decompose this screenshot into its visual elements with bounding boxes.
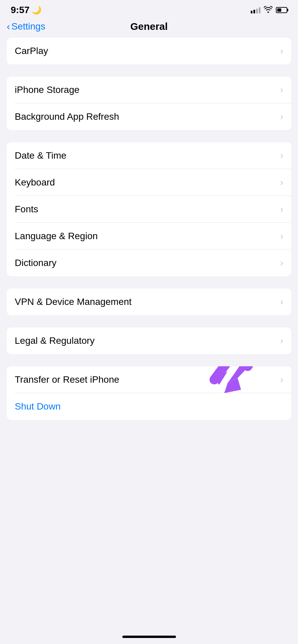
vpn-group: VPN & Device Management ›: [7, 288, 291, 315]
moon-icon: 🌙: [32, 5, 42, 15]
shut-down-row[interactable]: Shut Down: [7, 393, 291, 420]
back-label: Settings: [11, 21, 45, 32]
date-time-chevron-icon: ›: [280, 150, 283, 161]
shut-down-label: Shut Down: [15, 401, 61, 412]
page-title: General: [130, 21, 168, 32]
iphone-storage-chevron-icon: ›: [280, 85, 283, 95]
vpn-device-label: VPN & Device Management: [15, 297, 132, 307]
back-button[interactable]: ‹ Settings: [7, 21, 45, 32]
signal-bar-3: [256, 9, 258, 13]
wifi-icon: [264, 6, 273, 14]
iphone-storage-row[interactable]: iPhone Storage ›: [7, 76, 291, 103]
fonts-chevron-icon: ›: [280, 204, 283, 215]
vpn-device-chevron-icon: ›: [280, 297, 283, 307]
transfer-reset-chevron-icon: ›: [280, 374, 283, 385]
carplay-label: CarPlay: [15, 46, 48, 56]
reset-group: Transfer or Reset iPhone › Shut Down: [7, 366, 291, 420]
keyboard-label: Keyboard: [15, 177, 55, 188]
carplay-chevron-icon: ›: [280, 46, 283, 56]
fonts-label: Fonts: [15, 204, 38, 215]
keyboard-chevron-icon: ›: [280, 177, 283, 188]
locale-group: Date & Time › Keyboard › Fonts › Languag…: [7, 142, 291, 276]
battery-fill: [277, 8, 281, 12]
signal-icon: [251, 7, 260, 13]
carplay-row[interactable]: CarPlay ›: [7, 38, 291, 64]
signal-bar-2: [253, 10, 255, 13]
language-region-label: Language & Region: [15, 231, 98, 241]
background-app-refresh-row[interactable]: Background App Refresh ›: [7, 103, 291, 130]
status-icons: [251, 6, 287, 14]
legal-group: Legal & Regulatory ›: [7, 327, 291, 354]
dictionary-row[interactable]: Dictionary ›: [7, 250, 291, 276]
battery-icon: [276, 7, 287, 13]
background-app-refresh-label: Background App Refresh: [15, 111, 119, 122]
carplay-group: CarPlay ›: [7, 38, 291, 64]
fonts-row[interactable]: Fonts ›: [7, 196, 291, 223]
date-time-row[interactable]: Date & Time ›: [7, 142, 291, 169]
iphone-storage-label: iPhone Storage: [15, 85, 79, 95]
settings-content: CarPlay › iPhone Storage › Background Ap…: [0, 38, 298, 420]
transfer-reset-label: Transfer or Reset iPhone: [15, 374, 119, 385]
signal-bar-4: [259, 7, 260, 13]
status-time: 9:57 🌙: [11, 5, 42, 15]
dictionary-chevron-icon: ›: [280, 258, 283, 268]
language-region-chevron-icon: ›: [280, 231, 283, 241]
back-chevron-icon: ‹: [7, 21, 10, 32]
date-time-label: Date & Time: [15, 150, 66, 161]
time-display: 9:57: [11, 5, 29, 15]
home-indicator: [122, 636, 176, 638]
storage-group: iPhone Storage › Background App Refresh …: [7, 76, 291, 130]
legal-regulatory-chevron-icon: ›: [280, 335, 283, 346]
status-bar: 9:57 🌙: [0, 0, 298, 18]
vpn-device-row[interactable]: VPN & Device Management ›: [7, 288, 291, 315]
dictionary-label: Dictionary: [15, 258, 56, 268]
background-app-refresh-chevron-icon: ›: [280, 111, 283, 122]
legal-regulatory-row[interactable]: Legal & Regulatory ›: [7, 327, 291, 354]
transfer-reset-row[interactable]: Transfer or Reset iPhone ›: [7, 366, 291, 393]
legal-regulatory-label: Legal & Regulatory: [15, 335, 95, 346]
signal-bar-1: [251, 11, 252, 13]
language-region-row[interactable]: Language & Region ›: [7, 223, 291, 250]
keyboard-row[interactable]: Keyboard ›: [7, 169, 291, 196]
nav-bar: ‹ Settings General: [0, 18, 298, 38]
